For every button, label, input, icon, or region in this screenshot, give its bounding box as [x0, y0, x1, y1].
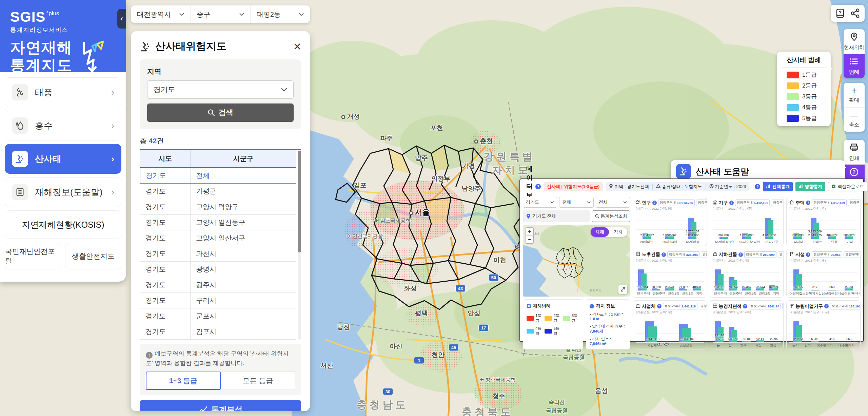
region-dropdown-value: 중구 [197, 10, 210, 19]
table-row[interactable]: 경기도가평군 [140, 183, 296, 199]
table-row[interactable]: 경기도과천시 [140, 246, 296, 261]
close-icon[interactable]: × [294, 41, 301, 52]
info-icon[interactable]: ? [729, 201, 734, 205]
info-icon[interactable]: ? [755, 184, 760, 189]
sidebar-item-산사태[interactable]: 산사태› [5, 144, 121, 174]
panel-title: 산사태위험지도 [155, 39, 294, 53]
underground-icon [713, 251, 717, 258]
databoard-search-field[interactable]: 경기도 전체 [523, 210, 590, 222]
table-scrollbar[interactable] [298, 150, 301, 340]
manual-icon[interactable]: ? [835, 8, 845, 18]
stat-badge: 영향구역내15,847 [844, 251, 861, 258]
map-tool-인쇄[interactable]: 인쇄 [844, 140, 865, 164]
info-icon[interactable]: ? [738, 252, 743, 257]
stat-card-badges: 행정구역내20,053영향구역내15,847 [812, 251, 861, 258]
map-tool-축소[interactable]: —축소 [844, 107, 865, 132]
databoard-analysis-search-button[interactable]: 통계분석조회 [592, 210, 630, 222]
info-icon[interactable]: ? [806, 201, 810, 205]
total-stats-button[interactable]: 전체통계 [763, 182, 793, 191]
info-icon[interactable]: ? [652, 201, 657, 205]
search-button[interactable]: 검색 [147, 103, 294, 122]
sidebar-item-홍수[interactable]: 홍수› [5, 111, 121, 140]
sidebar-kosis-button[interactable]: 자연재해현황(KOSIS) [5, 210, 121, 239]
category-label: 65세이상 [686, 240, 699, 244]
bar-group: 21,807 [676, 264, 690, 291]
table-row[interactable]: 경기도구리시 [140, 292, 296, 308]
category-label: 해수면어가 [817, 343, 833, 348]
grade-toggle-모든 등급[interactable]: 모든 등급 [221, 372, 295, 390]
legend-color-chip [787, 72, 799, 78]
table-cell: 경기도 [140, 214, 191, 230]
bar-value-labels: 2,513 [845, 285, 853, 289]
table-row[interactable]: 경기도김포시 [140, 324, 296, 339]
sidebar-item-태풍[interactable]: 태풍› [5, 77, 121, 107]
info-icon[interactable]: ? [662, 252, 666, 257]
map-tool-확대[interactable]: +확대 [844, 83, 865, 107]
stat-card-title: 주택 [795, 200, 805, 206]
sgis-logo[interactable]: SGIS °plus [10, 9, 126, 25]
sidebar-item-재해정보(도움말)[interactable]: 재해정보(도움말)› [5, 177, 121, 207]
stat-badge-value: 1542.24 [768, 304, 779, 308]
stat-card-header: 노후건물?행정구역내324,304영향구역내260,536 [636, 251, 704, 258]
databoard-dropdown[interactable]: 전체 [596, 197, 630, 208]
info-icon[interactable]: ? [824, 304, 829, 308]
legend-entry-label: 5등급 [802, 114, 817, 122]
table-row[interactable]: 경기도고양시 일산동구 [140, 214, 296, 230]
stat-badge-label: 영향구역내 [845, 252, 861, 257]
bar-value-labels: 123,321 [714, 285, 725, 289]
category-label: 65세이상 다인 [739, 240, 760, 244]
databoard-minimap[interactable]: 서해 충청북도 + − 재해격자 [523, 225, 630, 297]
stat-badge-value: 20,053 [831, 253, 841, 257]
table-row[interactable]: 경기도전체 [140, 168, 296, 183]
bar-value-labels: 22,367 [742, 285, 751, 289]
table-row[interactable]: 경기도광명시 [140, 261, 296, 277]
legend-color-chip [787, 82, 799, 89]
zoom-out-button[interactable]: − [526, 235, 534, 244]
table-header-cell: 시군구 [191, 150, 296, 168]
stat-badge-label: 행정구역내 [746, 252, 762, 257]
table-row[interactable]: 경기도광주시 [140, 277, 296, 292]
legend-color-chip [563, 316, 570, 321]
table-row[interactable]: 경기도군포시 [140, 308, 296, 324]
share-icon[interactable] [850, 8, 860, 18]
sidebar-collapse-button[interactable]: ‹ [117, 9, 126, 29]
databoard-dropdown[interactable]: 전체 [559, 197, 593, 208]
region-select[interactable]: 경기도 [147, 80, 294, 99]
databoard-dropdown[interactable]: 경기도 [523, 197, 557, 208]
stat-badge-label: 행정구역내 [813, 252, 830, 257]
region-dropdown[interactable]: 중구 [190, 5, 250, 23]
table-row[interactable]: 경기도고양시 일산서구 [140, 230, 296, 246]
bar-value-labels: 16,855 [793, 285, 803, 289]
info-icon[interactable]: ? [657, 304, 662, 308]
category-label: 심신장애인시설 [822, 291, 844, 296]
table-cell: 전체 [191, 168, 296, 183]
region-dropdown[interactable]: 대전광역시 [131, 5, 190, 23]
info-icon[interactable]: ? [806, 252, 810, 257]
analyze-button-label: 통계분석 [211, 404, 242, 411]
table-row[interactable]: 경기도고양시 덕양구 [140, 199, 296, 214]
region-dropdown[interactable]: 태평2동 [250, 5, 310, 23]
statistical-analysis-button[interactable]: 통계분석 [140, 400, 301, 411]
minimap-toggle-격자[interactable]: 격자 [609, 227, 627, 237]
map-label: 강원특별 [484, 150, 535, 164]
impact-bar [813, 341, 819, 342]
info-icon[interactable]: ? [743, 304, 747, 308]
minimap-expand-button[interactable] [618, 285, 627, 294]
info-icon[interactable]: ? [535, 184, 541, 189]
chart-icon [798, 184, 803, 189]
table-cell: 과천시 [191, 246, 296, 261]
zoom-in-button[interactable]: + [526, 227, 534, 235]
databoard-tag: 산사태 | 위험지도(1-3등급) [544, 182, 603, 191]
impact-stats-button[interactable]: 영향통계 [795, 182, 825, 191]
minimap-toggle-재해[interactable]: 재해 [591, 227, 609, 237]
grade-toggle-1~3 등급[interactable]: 1~3 등급 [146, 372, 221, 390]
excel-download-button[interactable]: 엑셀다운로드 [828, 182, 867, 191]
external-link-button[interactable]: 생활안전지도 [65, 243, 121, 269]
landslide-icon [12, 151, 28, 167]
business-icon [636, 303, 640, 309]
map-tool-현재위치[interactable]: 현재위치 [844, 29, 865, 54]
external-link-button[interactable]: 국민재난안전포털 [5, 243, 61, 269]
stat-card-농경지면적: 농경지면적?행정구역내1542.24영향구역내1198.30(기준년도: 202… [710, 300, 784, 349]
map-tool-group-2: +확대—축소 [844, 83, 865, 132]
map-tool-범례[interactable]: 범례 [844, 54, 865, 78]
